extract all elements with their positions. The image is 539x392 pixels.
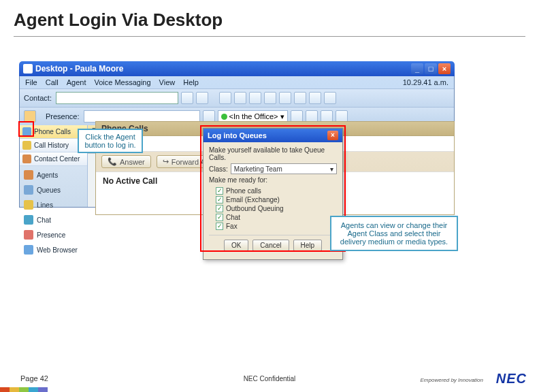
tagline: Empowered by Innovation — [421, 377, 484, 383]
sidebar-item-agents[interactable]: Agents — [20, 167, 87, 182]
media-checklist: ✓Phone calls ✓Email (Exchange) ✓Outbound… — [216, 186, 337, 231]
class-label: Class: — [209, 165, 228, 173]
sidebar-agents-label: Agents — [37, 172, 58, 179]
check-email-label: Email (Exchange) — [226, 196, 280, 203]
mute-icon[interactable] — [309, 92, 321, 104]
check-outbound[interactable]: ✓Outbound Queuing — [216, 204, 337, 213]
check-email[interactable]: ✓Email (Exchange) — [216, 195, 337, 204]
sidebar-chat-label: Chat — [37, 216, 51, 224]
menu-file[interactable]: File — [25, 78, 37, 86]
chevron-down-icon: ▾ — [330, 165, 333, 173]
transfer-icon[interactable] — [249, 92, 261, 104]
contactcenter-icon — [22, 154, 31, 163]
tab-contact-center-label: Contact Center — [34, 155, 80, 163]
ready-label: Make me ready for: — [209, 176, 337, 184]
sidebar-item-queues[interactable]: Queues — [20, 182, 87, 197]
cancel-button[interactable]: Cancel — [252, 240, 289, 251]
chat-icon — [24, 215, 33, 225]
check-outbound-label: Outbound Queuing — [226, 205, 284, 212]
minimize-button[interactable]: _ — [411, 63, 423, 74]
presence-label: Presence: — [46, 112, 80, 120]
log-into-queues-dialog: Log into Queues × Make yourself availabl… — [203, 128, 343, 260]
sidebar-lines-label: Lines — [37, 201, 53, 209]
conference-icon[interactable] — [279, 92, 291, 104]
record-icon[interactable] — [294, 92, 306, 104]
book-icon[interactable] — [196, 92, 208, 104]
app-icon — [23, 64, 33, 74]
maximize-button[interactable]: □ — [425, 63, 437, 74]
agents-icon — [24, 170, 33, 180]
chevron-down-icon: ▾ — [280, 112, 284, 121]
presence-icon — [24, 230, 33, 240]
lines-icon — [24, 200, 33, 210]
forward-icon: ↪ — [163, 157, 169, 166]
window-title: Desktop - Paula Moore — [35, 64, 411, 74]
check-phone-label: Phone calls — [226, 187, 261, 195]
checkbox-icon: ✓ — [216, 223, 223, 230]
answer-button[interactable]: 📞Answer — [101, 155, 151, 168]
agent-button-highlight — [18, 121, 34, 137]
checkbox-icon: ✓ — [216, 196, 223, 203]
contact-label: Contact: — [24, 94, 52, 102]
torn-edge — [18, 259, 456, 286]
call-icon[interactable] — [219, 92, 231, 104]
dialog-titlebar: Log into Queues × — [203, 129, 342, 142]
checkbox-icon: ✓ — [216, 205, 223, 212]
hangup-icon[interactable] — [234, 92, 246, 104]
dialpad-icon[interactable] — [324, 92, 336, 104]
class-value: Marketing Team — [234, 165, 282, 173]
dialog-close-button[interactable]: × — [327, 131, 338, 140]
clock-label: 10.29.41 a.m. — [403, 78, 448, 86]
sidebar-item-lines[interactable]: Lines — [20, 197, 87, 212]
tab-contact-center[interactable]: Contact Center — [20, 152, 87, 166]
slide-footer: Page 42 NEC Confidential Empowered by In… — [0, 374, 539, 392]
menubar: File Call Agent Voice Messaging View Hel… — [20, 76, 454, 88]
sidebar-item-presence[interactable]: Presence — [20, 227, 87, 242]
checkbox-icon: ✓ — [216, 187, 223, 195]
side-nav-list: Agents Queues Lines Chat Presence Web Br… — [20, 166, 87, 257]
window-titlebar: Desktop - Paula Moore _ □ × — [19, 61, 455, 76]
confidential-label: NEC Confidential — [244, 375, 296, 382]
menu-agent[interactable]: Agent — [67, 78, 86, 86]
check-fax[interactable]: ✓Fax — [216, 222, 337, 231]
sidebar-item-chat[interactable]: Chat — [20, 212, 87, 227]
color-stripe — [0, 387, 48, 392]
history-icon — [22, 141, 31, 150]
sidebar-presence-label: Presence — [37, 231, 65, 239]
nec-logo: NEC — [496, 371, 527, 387]
presence-state-text: <In the Office> — [229, 112, 278, 120]
answer-label: Answer — [120, 158, 145, 166]
close-button[interactable]: × — [438, 63, 451, 74]
callout-class: Agents can view or change their Agent Cl… — [330, 216, 458, 251]
menu-view[interactable]: View — [159, 78, 176, 86]
tab-call-history-label: Call History — [34, 142, 69, 149]
callout-login: Click the Agent button to log in. — [78, 129, 143, 153]
hold-icon[interactable] — [264, 92, 276, 104]
menu-voicemessaging[interactable]: Voice Messaging — [94, 78, 150, 86]
help-button[interactable]: Help — [293, 240, 323, 251]
answer-icon: 📞 — [108, 157, 117, 166]
check-phone-calls[interactable]: ✓Phone calls — [216, 186, 337, 195]
sidebar-queues-label: Queues — [37, 186, 61, 194]
class-combo[interactable]: Marketing Team ▾ — [231, 163, 337, 174]
checkbox-icon: ✓ — [216, 214, 223, 221]
menu-call[interactable]: Call — [46, 78, 59, 86]
menu-help[interactable]: Help — [183, 78, 199, 86]
queues-icon — [24, 185, 33, 195]
tab-phone-calls-label: Phone Calls — [34, 128, 71, 135]
slide-title: Agent Login Via Desktop — [0, 0, 539, 33]
contact-input[interactable] — [56, 92, 178, 104]
ok-button[interactable]: OK — [224, 240, 248, 251]
contact-toolbar: Contact: — [20, 88, 454, 107]
dropdown-icon[interactable] — [181, 92, 193, 104]
check-chat-label: Chat — [226, 214, 240, 221]
check-fax-label: Fax — [226, 223, 238, 230]
title-underline — [14, 36, 525, 37]
dialog-instruction: Make yourself available to take Queue Ca… — [209, 146, 337, 161]
presence-dot-icon — [221, 114, 227, 120]
check-chat[interactable]: ✓Chat — [216, 213, 337, 222]
page-number: Page 42 — [20, 374, 48, 382]
dialog-title-text: Log into Queues — [208, 131, 267, 140]
